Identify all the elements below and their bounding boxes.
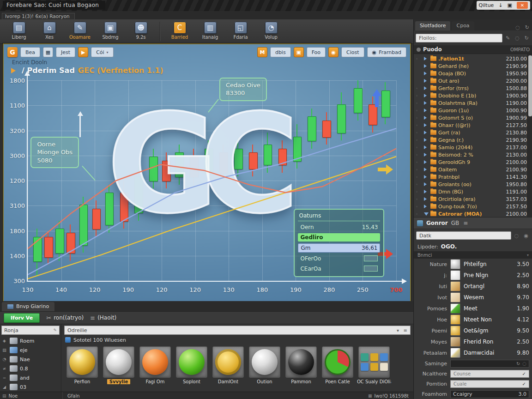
refresh-icon[interactable]: ↻ <box>516 361 520 366</box>
expand-arrow-icon[interactable] <box>424 138 429 142</box>
market-row-pratnbpl[interactable]: ◦Pratnbpl1141.30 <box>415 173 527 181</box>
market-row-gerooldgh-9[interactable]: ◦GerooldGh 92100.00 <box>415 158 527 166</box>
white-thumbnail[interactable] <box>450 270 460 280</box>
tool-button-2[interactable]: ≡ (Haoit) <box>90 314 116 321</box>
expand-arrow-icon[interactable] <box>424 205 429 208</box>
market-row-grolants-oo[interactable]: ◦Grolants (oo)1950.80 <box>415 181 527 188</box>
status-cell-1[interactable]: ▤ Noe <box>0 392 63 399</box>
market-row-fation1t[interactable]: ◦.Fation1t2210.00 <box>415 55 527 62</box>
market-row-out-aro[interactable]: Out aro)2200.00 <box>415 77 527 85</box>
expand-arrow-icon[interactable] <box>424 101 429 105</box>
gallery-item-perfion[interactable]: Perfion <box>65 346 99 384</box>
market-row-gerfor-trrs[interactable]: ◦Gerfor (trrs)1500.88 <box>415 85 527 92</box>
expand-arrow-icon[interactable] <box>424 72 429 75</box>
expand-arrow-icon[interactable] <box>424 212 429 218</box>
market-row-ohaxr-r[interactable]: ◦Ohaxr ((@r))2127.50 <box>415 121 527 129</box>
gallery-item-damlont[interactable]: DamlOnt <box>211 346 245 384</box>
chart-button-item[interactable]: ▦ <box>43 47 53 57</box>
market-row-beismod-2[interactable]: ◦Beismod: 2 %2130.00 <box>415 151 527 158</box>
expand-arrow-icon[interactable] <box>424 145 429 149</box>
market-row-oolahrtma-ra[interactable]: ◦Oolahrtma (Ra)1190.00 <box>415 99 527 107</box>
scrollbar-thumb[interactable] <box>528 55 532 116</box>
gallery-item-soplont[interactable]: Soplont <box>175 346 209 384</box>
gallery-item-fagi-om[interactable]: Fagi Om <box>138 346 172 384</box>
refresh-icon[interactable]: ↻ <box>523 24 531 30</box>
leaf-thumbnail[interactable] <box>450 303 460 314</box>
brown-thumbnail[interactable] <box>450 337 460 347</box>
market-row-oung-touk-7-o[interactable]: ◦Oung-touk 7(o)2157.50 <box>415 203 527 210</box>
toolbox-search[interactable]: Ronja ✎ <box>1 326 60 335</box>
beige-thumbnail[interactable] <box>450 292 460 302</box>
expand-arrow-icon[interactable] <box>424 190 429 193</box>
market-row-oaitem[interactable]: ◦Oaitem2100.90 <box>415 166 527 173</box>
expand-arrow-icon[interactable] <box>424 197 429 201</box>
tree-item-roem[interactable]: ◈Roem <box>0 336 61 345</box>
chart-button-bea[interactable]: Bea <box>20 47 40 57</box>
tab-bnvp-giarino[interactable]: Bnvp Giarino <box>2 302 54 311</box>
ghost-icon[interactable]: ◌ <box>514 24 522 30</box>
toolbar-button-9-2s[interactable]: ☻9.2s <box>126 22 156 41</box>
market-row-gotomrt-s-o[interactable]: ◦Gotomrt S (o)1900.99 <box>415 114 527 121</box>
tree-item-nae[interactable]: ◔Nae <box>0 355 61 364</box>
expand-arrow-icon[interactable] <box>424 86 429 90</box>
market-row-samio-2044[interactable]: ◦Samio (2044)2137.00 <box>415 144 527 151</box>
expand-arrow-icon[interactable] <box>424 160 429 164</box>
ghost-icon[interactable]: ◌ <box>522 361 526 366</box>
field-select[interactable]: Cuale✓ <box>450 380 529 388</box>
market-search-input[interactable] <box>416 34 502 42</box>
gallery-item-poen-catle[interactable]: Poen Catle <box>320 346 355 384</box>
inspector-search-input[interactable] <box>416 231 511 240</box>
chart-button-foo[interactable]: Foo <box>307 47 326 57</box>
toolbar-button-itanaig[interactable]: ▥Itanaig <box>195 22 225 41</box>
toolbar-button-xes[interactable]: ⌂Xes <box>34 22 65 41</box>
refresh-icon[interactable]: ↻ <box>523 35 531 41</box>
gallery-item-svvylie[interactable]: Svvylie <box>102 346 136 384</box>
status-button[interactable]: Qiltue <box>479 2 494 8</box>
market-row-orcirtiola-era[interactable]: ◦Orcirtiola (era)3157.03 <box>415 195 527 203</box>
expand-arrow-icon[interactable] <box>424 131 429 134</box>
market-row-ooaja-bo[interactable]: Ooaja (BO)1950.90 <box>415 70 527 77</box>
toolbar-button-volup[interactable]: ◔Volup <box>256 22 286 41</box>
tan-thumbnail[interactable] <box>450 281 460 291</box>
field-select[interactable]: Counse✓ <box>450 370 529 378</box>
field-input[interactable]: ↻◌ <box>450 360 529 368</box>
tree-item-eje[interactable]: ▤eje <box>0 345 61 355</box>
pencil-icon[interactable]: ✎ <box>504 35 512 41</box>
details-field[interactable]: Odreilie ▾ ≡ <box>64 326 411 335</box>
tree-item-03[interactable]: ◢03 <box>0 382 61 392</box>
toolbar-button-sbdmg[interactable]: ▣Sbdmg <box>95 22 126 41</box>
expand-arrow-icon[interactable] <box>424 123 429 127</box>
toolbar-button-liberg[interactable]: ▤Liberg <box>4 22 34 41</box>
gallery-item-oc-sualy-diolia[interactable]: OC Sualy DiOlia <box>357 346 391 384</box>
market-row-gort-ra[interactable]: ◦Gort (ra)2130.80 <box>415 129 527 136</box>
chart-button-jest[interactable]: Jest <box>56 47 75 57</box>
expand-arrow-icon[interactable] <box>424 109 429 112</box>
chart-button-c-i[interactable]: Cói▾ <box>91 47 113 57</box>
silver-thumbnail[interactable] <box>450 259 460 269</box>
chart-logo-icon[interactable]: G <box>7 47 18 57</box>
expand-arrow-icon[interactable] <box>424 94 429 97</box>
chart-button-item[interactable]: ◉ <box>328 47 339 57</box>
expand-arrow-icon[interactable] <box>424 116 429 120</box>
market-row-guoron-1u[interactable]: ◦Guoron (1u)1000.90 <box>415 107 527 114</box>
expand-arrow-icon[interactable] <box>424 175 429 179</box>
ghost-icon[interactable]: ◌ <box>513 35 521 41</box>
expand-arrow-icon[interactable] <box>424 168 429 171</box>
gallery-item-pammon[interactable]: Pammon <box>284 346 318 384</box>
metal-thumbnail[interactable] <box>450 348 460 358</box>
inspector-section-header[interactable]: Bnmci ▾ <box>414 251 532 259</box>
restore-icon[interactable]: ▣ <box>508 2 512 8</box>
list-icon[interactable]: ≡ <box>401 328 407 333</box>
chart-button-m[interactable]: M <box>257 47 267 57</box>
toolbar-button-ooamare[interactable]: ✎Ooamare <box>65 22 95 41</box>
chart-button-ciost[interactable]: Ciost <box>341 47 364 57</box>
chart-button-dbis[interactable]: dbis <box>270 47 291 57</box>
gallery-item-oution[interactable]: Oution <box>248 346 282 384</box>
menu-text[interactable]: Ivorep 1(3)! 6x(a) Raoryon <box>2 13 75 20</box>
market-row-doobino-e-1b[interactable]: ◦Doobino E (1b)1900.90 <box>415 92 527 99</box>
expand-arrow-icon[interactable] <box>424 64 429 68</box>
field-input[interactable]: Ccaigry3.0 <box>450 390 529 398</box>
expand-arrow-icon[interactable] <box>424 79 429 83</box>
run-button[interactable]: Iforv Ve <box>4 313 40 323</box>
gold-thumbnail[interactable] <box>450 314 460 325</box>
